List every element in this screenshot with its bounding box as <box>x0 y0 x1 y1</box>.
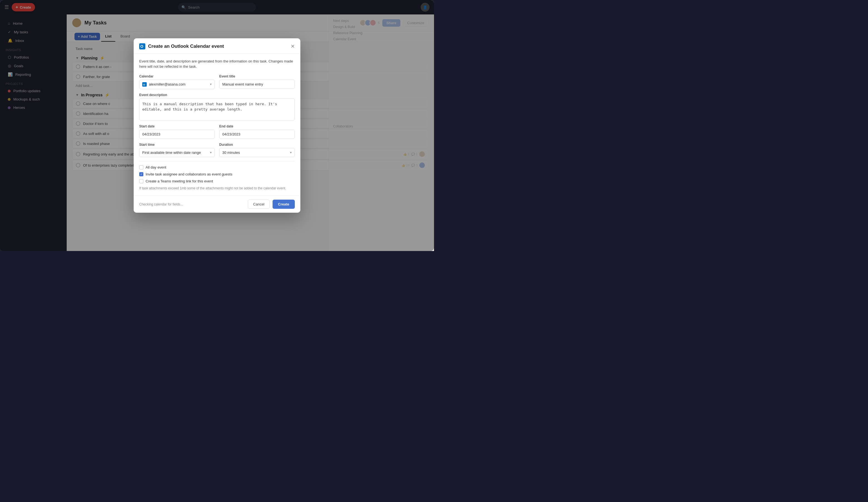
duration-value: 30 minutes <box>222 150 240 155</box>
close-button[interactable]: ✕ <box>291 44 295 49</box>
modal-overlay: O Create an Outlook Calendar event ✕ Eve… <box>0 0 434 251</box>
start-time-select[interactable]: First available time within date range ▾ <box>139 148 215 157</box>
form-row-time-duration: Start time First available time within d… <box>139 143 295 157</box>
teams-label: Create a Teams meeting link for this eve… <box>146 179 213 183</box>
checkbox-row-teams: Create a Teams meeting link for this eve… <box>139 179 295 183</box>
svg-text:O: O <box>143 83 145 86</box>
outlook-small-icon: O <box>142 82 147 87</box>
form-row-calendar-title: Calendar O alexmiller@asana.com ▾ <box>139 74 295 89</box>
event-title-label: Event title <box>219 74 295 78</box>
footer-buttons: Cancel Create <box>248 200 295 209</box>
form-divider <box>139 161 295 161</box>
start-date-input[interactable] <box>139 130 215 139</box>
start-date-label: Start date <box>139 124 215 128</box>
form-group-start-date: Start date <box>139 124 215 139</box>
teams-checkbox[interactable] <box>139 179 143 183</box>
event-description-textarea[interactable]: This is a manual description that has be… <box>139 98 295 121</box>
checkbox-row-invite: ✓ Invite task assignee and collaborators… <box>139 172 295 176</box>
all-day-checkbox[interactable] <box>139 165 143 169</box>
event-title-input[interactable] <box>219 80 295 89</box>
footer-status: Checking calendar for fields... <box>139 202 183 206</box>
attachment-notice: If task attachments exceed 1mb some of t… <box>139 186 295 191</box>
duration-select[interactable]: 30 minutes ▾ <box>219 148 295 157</box>
form-group-calendar: Calendar O alexmiller@asana.com ▾ <box>139 74 215 89</box>
form-group-start-time: Start time First available time within d… <box>139 143 215 157</box>
chevron-down-icon-duration: ▾ <box>290 151 292 154</box>
form-group-event-title: Event title <box>219 74 295 89</box>
form-row-dates: Start date End date <box>139 124 295 139</box>
dialog-create-outlook-event: O Create an Outlook Calendar event ✕ Eve… <box>134 38 300 213</box>
svg-text:O: O <box>140 44 143 49</box>
dialog-notice: Event title, date, and description are g… <box>139 59 295 70</box>
start-time-label: Start time <box>139 143 215 147</box>
end-date-label: End date <box>219 124 295 128</box>
dialog-header: O Create an Outlook Calendar event ✕ <box>134 38 300 54</box>
chevron-down-icon: ▾ <box>210 83 212 86</box>
dialog-footer: Checking calendar for fields... Cancel C… <box>134 196 300 213</box>
event-description-label: Event description <box>139 93 295 97</box>
form-group-duration: Duration 30 minutes ▾ <box>219 143 295 157</box>
calendar-select[interactable]: O alexmiller@asana.com ▾ <box>139 80 215 89</box>
invite-label: Invite task assignee and collaborators a… <box>146 172 232 176</box>
outlook-icon: O <box>139 43 145 50</box>
end-date-input[interactable] <box>219 130 295 139</box>
start-time-value: First available time within date range <box>142 150 201 155</box>
dialog-body: Event title, date, and description are g… <box>134 54 300 196</box>
cancel-button[interactable]: Cancel <box>248 200 269 209</box>
checkbox-row-allday: All day event <box>139 165 295 169</box>
calendar-value: alexmiller@asana.com <box>149 82 186 86</box>
duration-label: Duration <box>219 143 295 147</box>
chevron-down-icon-time: ▾ <box>210 151 212 154</box>
form-group-end-date: End date <box>219 124 295 139</box>
create-event-button[interactable]: Create <box>272 200 295 209</box>
all-day-label: All day event <box>146 165 166 169</box>
invite-checkbox[interactable]: ✓ <box>139 172 143 176</box>
form-group-description: Event description This is a manual descr… <box>139 93 295 121</box>
dialog-title: Create an Outlook Calendar event <box>148 44 224 49</box>
calendar-label: Calendar <box>139 74 215 78</box>
